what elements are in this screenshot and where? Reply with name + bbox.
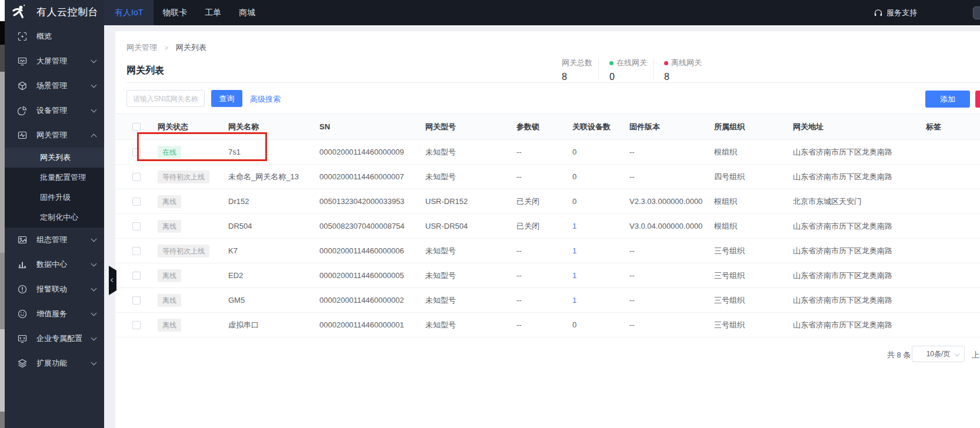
support-link[interactable]: 服务支持	[886, 8, 917, 18]
column-header: SN	[319, 114, 425, 140]
sidebar-item-7[interactable]: 报警联动	[5, 277, 104, 302]
devices-count-link[interactable]: 1	[572, 271, 576, 280]
sidebar-item-3[interactable]: 设备管理	[5, 98, 104, 123]
cell-org: 四号组织	[714, 165, 793, 189]
big-screen-icon	[18, 56, 27, 66]
status-badge: 等待初次上线	[158, 170, 209, 183]
sidebar-subitem[interactable]: 定制化中心	[5, 208, 104, 228]
row-checkbox[interactable]	[132, 173, 141, 181]
sidebar-item-10[interactable]: 扩展功能	[5, 351, 104, 376]
cell-firmware: --	[629, 263, 714, 288]
danger-button-partial[interactable]	[975, 91, 980, 108]
breadcrumb: 网关管理 > 网关列表	[126, 42, 206, 53]
cell-address: 山东省济南市历下区龙奥南路	[793, 313, 926, 337]
row-checkbox[interactable]	[132, 198, 141, 206]
sidebar-subitem[interactable]: 批量配置管理	[5, 168, 104, 188]
cell-address: 山东省济南市历下区龙奥南路	[793, 263, 926, 288]
search-input[interactable]	[126, 90, 205, 107]
cell-sn: 00002000114460000007	[319, 165, 425, 189]
cell-tag	[926, 263, 980, 288]
devices-count-link[interactable]: 1	[572, 246, 576, 255]
cell-firmware: --	[629, 313, 714, 337]
top-tab-2[interactable]: 工单	[196, 0, 230, 25]
cell-model: 未知型号	[425, 239, 516, 263]
cell-firmware: --	[629, 288, 714, 313]
cell-tag	[926, 189, 980, 214]
sidebar-item-8[interactable]: 增值服务	[5, 302, 104, 326]
cell-tag	[926, 214, 980, 239]
annotation-highlight-rectangle	[137, 132, 267, 161]
divider	[126, 82, 980, 83]
add-button[interactable]: 添加	[925, 91, 970, 108]
app-title: 有人云控制台	[36, 5, 98, 19]
sidebar-item-9[interactable]: 企业专属配置	[5, 326, 104, 351]
cell-gateway-name: K7	[228, 239, 319, 263]
devices-count-link[interactable]: 1	[572, 296, 576, 305]
sidebar-item-label: 场景管理	[36, 81, 92, 91]
cell-gateway-name: Dr152	[228, 189, 319, 214]
sidebar-item-0[interactable]: 概览	[5, 24, 104, 49]
cell-model: 未知型号	[425, 263, 516, 288]
top-tab-0[interactable]: 有人IoT	[104, 0, 154, 25]
page-size-select[interactable]: 10条/页	[912, 346, 965, 362]
sidebar-item-6[interactable]: 数据中心	[5, 252, 104, 277]
page-title: 网关列表	[126, 65, 164, 77]
prev-page-button[interactable]: 上一页	[972, 350, 980, 360]
devices-count: 0	[572, 172, 576, 181]
cell-address: 山东省济南市历下区龙奥南路	[793, 288, 926, 313]
overview-icon	[18, 32, 27, 41]
chevron-down-icon	[91, 286, 97, 292]
cell-param-lock: 已关闭	[516, 214, 572, 239]
cell-org: 三号组织	[714, 288, 793, 313]
cell-gateway-name: 虚拟串口	[228, 313, 319, 337]
sidebar-nav: 概览大屏管理场景管理设备管理网关管理网关列表批量配置管理固件升级定制化中心组态管…	[5, 24, 104, 376]
select-all-checkbox[interactable]	[132, 123, 141, 131]
stat-offline-label: 离线网关	[671, 58, 702, 68]
sidebar-subitem[interactable]: 网关列表	[5, 148, 104, 168]
sidebar-item-1[interactable]: 大屏管理	[5, 49, 104, 73]
cell-param-lock: 已关闭	[516, 189, 572, 214]
sidebar-item-label: 概览	[36, 31, 96, 42]
advanced-search-link[interactable]: 高级搜索	[250, 94, 281, 105]
chevron-down-icon	[91, 82, 97, 88]
app-logo[interactable]: 有人云控制台	[5, 0, 104, 24]
sidebar-item-label: 企业专属配置	[36, 333, 92, 344]
cell-gateway-name: 未命名_网关名称_13	[228, 165, 319, 189]
devices-count-link[interactable]: 1	[572, 222, 576, 230]
scene-icon	[18, 81, 27, 91]
headset-icon	[874, 8, 883, 18]
row-checkbox[interactable]	[132, 296, 141, 305]
table-row: 等待初次上线未命名_网关名称_1300002000114460000007未知型…	[115, 165, 980, 189]
sidebar-item-4[interactable]: 网关管理	[5, 123, 104, 148]
alarm-icon	[18, 285, 27, 294]
table-body: 在线7s100002000114460000009未知型号--0--根组织山东省…	[115, 140, 980, 337]
user-menu-icon-partial[interactable]	[973, 6, 980, 19]
sidebar-item-label: 网关管理	[36, 130, 92, 141]
status-badge: 离线	[158, 195, 181, 208]
sidebar-subitem[interactable]: 固件升级	[5, 188, 104, 208]
chevron-down-icon	[91, 310, 97, 316]
chevron-down-icon	[91, 261, 97, 267]
status-badge: 离线	[158, 220, 181, 233]
row-checkbox[interactable]	[132, 222, 141, 230]
cell-gateway-name: ED2	[228, 263, 319, 288]
top-tab-3[interactable]: 商城	[230, 0, 264, 25]
row-checkbox[interactable]	[132, 272, 141, 280]
query-button[interactable]: 查询	[211, 90, 242, 107]
breadcrumb-parent[interactable]: 网关管理	[126, 43, 157, 52]
cell-address: 山东省济南市历下区龙奥南路	[793, 239, 926, 263]
configuration-icon	[18, 235, 27, 245]
sidebar-item-2[interactable]: 场景管理	[5, 73, 104, 98]
value-service-icon	[18, 309, 27, 319]
top-tab-1[interactable]: 物联卡	[154, 0, 196, 25]
cell-param-lock: --	[516, 165, 572, 189]
sidebar-item-5[interactable]: 组态管理	[5, 228, 104, 252]
cell-sn: 00002000114460000001	[319, 313, 425, 337]
row-checkbox[interactable]	[132, 247, 141, 255]
stat-total-label: 网关总数	[562, 58, 592, 68]
device-icon	[18, 106, 27, 115]
row-checkbox[interactable]	[132, 321, 141, 329]
cell-tag	[926, 239, 980, 263]
chevron-down-icon	[91, 58, 97, 63]
sidebar-collapse-handle[interactable]	[109, 266, 116, 295]
